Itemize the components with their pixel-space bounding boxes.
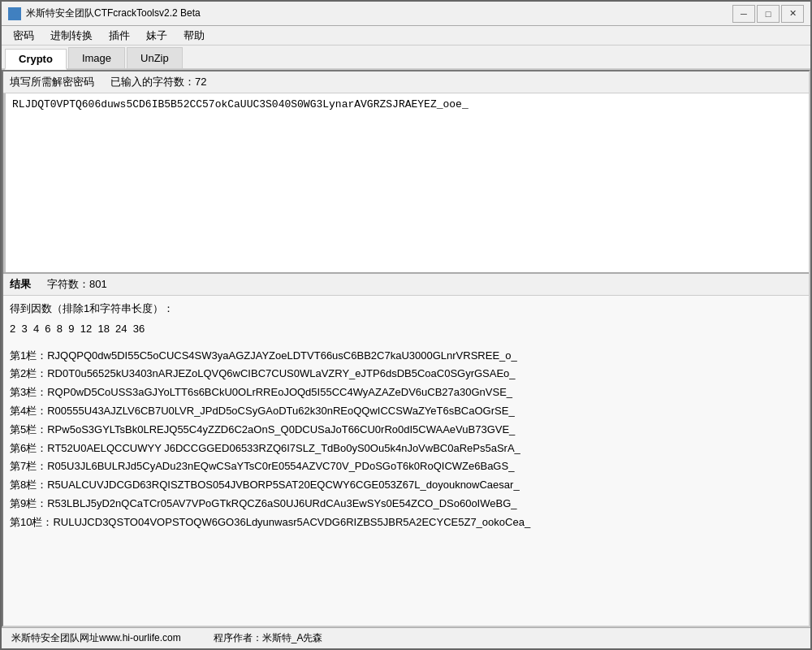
- result-line-5: 第5栏：RPw5oS3GYLTsBk0LREJQ55C4yZZD6C2aOnS_…: [10, 422, 802, 439]
- result-line-2: 第2栏：RD0T0u56525kU3403nARJEZoLQVQ6wCIBC7C…: [10, 366, 802, 383]
- result-char-count: 字符数：801: [47, 277, 107, 292]
- result-line-8: 第8栏：R5UALCUVJDCGD63RQISZTBOS054JVBORP5SA…: [10, 477, 802, 494]
- result-line-1: 第1栏：RJQQPQ0dw5DI55C5oCUCS4SW3yaAGZJAYZoe…: [10, 348, 802, 365]
- menu-help[interactable]: 帮助: [175, 27, 213, 45]
- input-section: 填写所需解密密码 已输入的字符数：72: [3, 72, 809, 274]
- result-label: 结果: [10, 277, 31, 292]
- tab-unzip[interactable]: UnZip: [127, 47, 183, 68]
- status-bar: 米斯特安全团队网址www.hi-ourlife.com 程序作者：米斯特_A先森: [2, 627, 810, 648]
- close-button[interactable]: ✕: [781, 5, 804, 23]
- menu-bar: 密码 进制转换 插件 妹子 帮助: [2, 26, 810, 46]
- main-content: 填写所需解密密码 已输入的字符数：72 结果 字符数：801 得到因数（排除1和…: [2, 70, 810, 627]
- status-website: 米斯特安全团队网址www.hi-ourlife.com: [11, 631, 181, 645]
- tab-image[interactable]: Image: [68, 47, 125, 68]
- input-char-count: 已输入的字符数：72: [110, 75, 206, 89]
- title-bar-text: 米斯特安全团队CTFcrackToolsv2.2 Beta: [26, 6, 732, 20]
- result-line-6: 第6栏：RT52U0AELQCCUWYY J6DCCGGED06533RZQ6I…: [10, 440, 802, 457]
- app-icon: [8, 7, 21, 20]
- menu-base-convert[interactable]: 进制转换: [42, 27, 101, 45]
- status-author: 程序作者：米斯特_A先森: [214, 631, 323, 645]
- result-lines-container: 第1栏：RJQQPQ0dw5DI55C5oCUCS4SW3yaAGZJAYZoe…: [10, 348, 802, 531]
- factors-line: 2 3 4 6 8 9 12 18 24 36: [10, 321, 802, 338]
- cipher-input[interactable]: [3, 93, 809, 272]
- result-line-4: 第4栏：R00555U43AJZLV6CB7U0LVR_JPdD5oCSyGAo…: [10, 403, 802, 420]
- input-header: 填写所需解密密码 已输入的字符数：72: [3, 72, 809, 93]
- result-line-10: 第10栏：RULUJCD3QSTO04VOPSTOQW6GO36Ldyunwas…: [10, 514, 802, 531]
- title-bar: 米斯特安全团队CTFcrackToolsv2.2 Beta ─ □ ✕: [2, 2, 810, 26]
- factor-header: 得到因数（排除1和字符串长度）：: [10, 301, 802, 318]
- minimize-button[interactable]: ─: [732, 5, 755, 23]
- menu-plugin[interactable]: 插件: [101, 27, 138, 45]
- maximize-button[interactable]: □: [757, 5, 780, 23]
- result-content[interactable]: 得到因数（排除1和字符串长度）： 2 3 4 6 8 9 12 18 24 36…: [3, 296, 809, 626]
- result-line-3: 第3栏：RQP0wD5CoUSS3aGJYoLTT6s6BCkU0OLrRREo…: [10, 384, 802, 401]
- title-bar-buttons: ─ □ ✕: [732, 5, 804, 23]
- result-section: 结果 字符数：801 得到因数（排除1和字符串长度）： 2 3 4 6 8 9 …: [3, 274, 809, 626]
- input-placeholder-label: 填写所需解密密码: [10, 75, 94, 89]
- result-line-7: 第7栏：R05U3JL6BULRJd5CyADu23nEQwCSaYTsC0rE…: [10, 458, 802, 475]
- menu-password[interactable]: 密码: [5, 27, 42, 45]
- result-header: 结果 字符数：801: [3, 274, 809, 296]
- result-line-9: 第9栏：R53LBLJ5yD2nQCaTCr05AV7VPoGTkRQCZ6aS…: [10, 496, 802, 513]
- menu-girl[interactable]: 妹子: [138, 27, 175, 45]
- tab-bar: Crypto Image UnZip: [2, 46, 810, 70]
- tab-crypto[interactable]: Crypto: [5, 49, 67, 70]
